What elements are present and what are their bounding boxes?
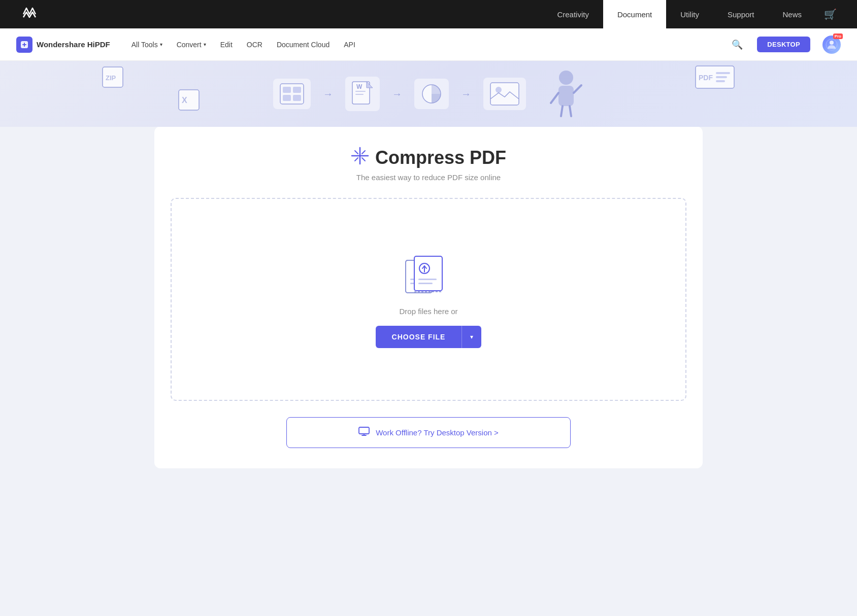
svg-rect-27 bbox=[716, 72, 730, 74]
illus-pie-chart bbox=[414, 79, 449, 109]
search-icon[interactable]: 🔍 bbox=[730, 37, 745, 52]
top-nav-document[interactable]: Document bbox=[603, 0, 666, 28]
svg-line-18 bbox=[574, 85, 581, 93]
svg-line-32 bbox=[355, 151, 358, 154]
svg-rect-28 bbox=[716, 76, 727, 78]
drop-text: Drop files here or bbox=[399, 307, 457, 316]
brand-logo[interactable]: Wondershare HiPDF bbox=[16, 37, 110, 53]
svg-rect-13 bbox=[490, 83, 519, 105]
hero-banner: → W → → bbox=[0, 61, 857, 127]
tool-subtitle: The easiest way to reduce PDF size onlin… bbox=[171, 173, 686, 182]
drop-zone[interactable]: Drop files here or CHOOSE FILE ▾ bbox=[171, 198, 686, 401]
svg-point-15 bbox=[559, 71, 573, 85]
nav-all-tools[interactable]: All Tools ▾ bbox=[130, 39, 163, 51]
illus-image bbox=[483, 78, 526, 110]
illus-zip: ZIP bbox=[102, 66, 124, 90]
desktop-button[interactable]: DESKTOP bbox=[757, 37, 810, 52]
offline-banner[interactable]: Work Offline? Try Desktop Version > bbox=[286, 417, 571, 448]
svg-rect-6 bbox=[283, 95, 291, 101]
nav-api[interactable]: API bbox=[343, 39, 356, 51]
cart-icon[interactable]: 🛒 bbox=[824, 8, 837, 20]
choose-file-button[interactable]: CHOOSE FILE bbox=[376, 326, 462, 348]
compress-icon bbox=[351, 147, 369, 169]
svg-rect-44 bbox=[418, 283, 433, 284]
svg-rect-46 bbox=[359, 427, 369, 434]
svg-rect-10 bbox=[355, 94, 364, 95]
svg-rect-16 bbox=[558, 86, 574, 106]
svg-rect-9 bbox=[355, 91, 366, 92]
svg-line-19 bbox=[561, 106, 563, 116]
nav-edit[interactable]: Edit bbox=[219, 39, 234, 51]
all-tools-chevron-icon: ▾ bbox=[160, 42, 162, 47]
svg-line-35 bbox=[355, 158, 358, 161]
svg-rect-3 bbox=[280, 84, 304, 104]
svg-rect-43 bbox=[418, 279, 437, 280]
svg-rect-5 bbox=[293, 87, 301, 93]
illus-word-doc: W bbox=[345, 77, 380, 111]
wondershare-logo-icon bbox=[20, 5, 39, 23]
tool-title: Compress PDF bbox=[171, 147, 686, 169]
nav-ocr[interactable]: OCR bbox=[246, 39, 263, 51]
choose-file-wrapper: CHOOSE FILE ▾ bbox=[376, 326, 482, 348]
secondary-nav: Wondershare HiPDF All Tools ▾ Convert ▾ … bbox=[0, 28, 857, 61]
tool-header: Compress PDF The easiest way to reduce P… bbox=[171, 147, 686, 182]
svg-point-1 bbox=[830, 41, 834, 45]
nav-document-cloud[interactable]: Document Cloud bbox=[276, 39, 331, 51]
hero-illustration: → W → → bbox=[273, 67, 584, 120]
choose-file-dropdown-button[interactable]: ▾ bbox=[462, 326, 481, 348]
svg-line-20 bbox=[570, 106, 571, 116]
offline-text: Work Offline? Try Desktop Version > bbox=[376, 428, 499, 437]
hipdf-brand-icon bbox=[16, 37, 32, 53]
svg-point-14 bbox=[496, 87, 502, 93]
pro-badge: Pro bbox=[833, 33, 843, 39]
svg-line-33 bbox=[362, 158, 365, 161]
svg-text:W: W bbox=[356, 83, 362, 90]
brand-name: Wondershare HiPDF bbox=[37, 40, 110, 49]
top-nav-logo[interactable] bbox=[20, 5, 39, 23]
svg-rect-40 bbox=[414, 256, 442, 291]
svg-line-17 bbox=[551, 93, 558, 103]
svg-rect-4 bbox=[283, 87, 291, 93]
upload-illustration bbox=[403, 251, 454, 297]
illus-excel: X bbox=[178, 89, 200, 113]
svg-line-34 bbox=[362, 151, 365, 154]
nav-convert[interactable]: Convert ▾ bbox=[176, 39, 207, 51]
convert-chevron-icon: ▾ bbox=[204, 42, 206, 47]
tool-card: Compress PDF The easiest way to reduce P… bbox=[154, 126, 703, 468]
top-nav-utility[interactable]: Utility bbox=[666, 0, 713, 28]
top-nav-news[interactable]: News bbox=[768, 0, 816, 28]
svg-rect-29 bbox=[716, 80, 725, 82]
illus-pdf: PDF bbox=[695, 65, 735, 91]
illus-person bbox=[548, 67, 584, 120]
top-nav: Creativity Document Utility Support News… bbox=[0, 0, 857, 28]
main-content: Compress PDF The easiest way to reduce P… bbox=[0, 126, 857, 615]
user-avatar[interactable]: Pro bbox=[822, 36, 841, 54]
svg-text:ZIP: ZIP bbox=[106, 74, 116, 82]
top-nav-links: Creativity Document Utility Support News bbox=[543, 0, 816, 28]
svg-text:PDF: PDF bbox=[699, 74, 713, 82]
top-nav-creativity[interactable]: Creativity bbox=[543, 0, 603, 28]
svg-rect-7 bbox=[293, 95, 301, 101]
top-nav-support[interactable]: Support bbox=[713, 0, 769, 28]
monitor-icon bbox=[358, 427, 370, 438]
illus-grid-doc bbox=[273, 79, 311, 109]
svg-text:X: X bbox=[182, 96, 187, 105]
